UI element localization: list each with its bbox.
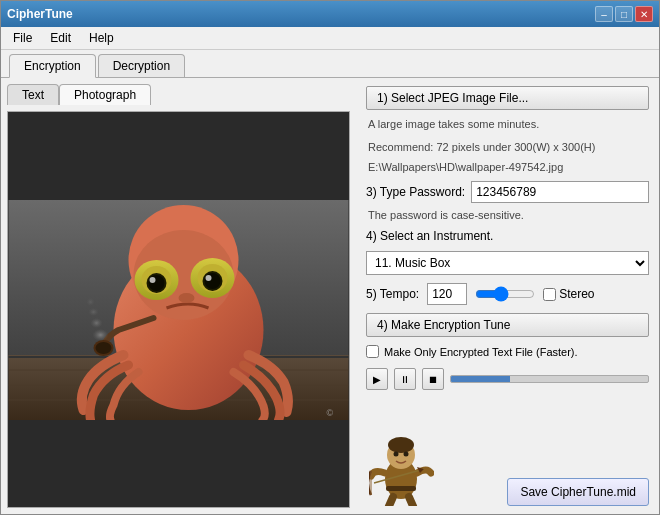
left-panel: Text Photograph <box>1 78 356 514</box>
select-image-button[interactable]: 1) Select JPEG Image File... <box>366 86 649 110</box>
minimize-button[interactable]: – <box>595 6 613 22</box>
password-label: 3) Type Password: <box>366 185 465 199</box>
svg-point-22 <box>93 329 109 341</box>
photo-display: © <box>8 112 349 507</box>
svg-point-18 <box>206 275 212 281</box>
bottom-row: Save CipherTune.mid <box>366 420 649 506</box>
file-path: E:\Wallpapers\HD\wallpaper-497542.jpg <box>366 161 649 173</box>
make-tune-button[interactable]: 4) Make Encryption Tune <box>366 313 649 337</box>
svg-point-23 <box>91 318 103 328</box>
svg-point-12 <box>149 275 165 291</box>
tab-decryption[interactable]: Decryption <box>98 54 185 77</box>
info-line1: A large image takes some minutes. <box>366 116 649 133</box>
mascot-svg <box>369 431 434 506</box>
case-note: The password is case-sensitive. <box>366 209 649 221</box>
main-window: CipherTune – □ ✕ File Edit Help Encrypti… <box>0 0 660 515</box>
tempo-slider[interactable] <box>475 286 535 302</box>
progress-bar <box>450 375 649 383</box>
stereo-text: Stereo <box>559 287 594 301</box>
tab-encryption[interactable]: Encryption <box>9 54 96 78</box>
stereo-checkbox[interactable] <box>543 288 556 301</box>
encrypt-only-row: Make Only Encrypted Text File (Faster). <box>366 345 649 358</box>
menu-file[interactable]: File <box>5 29 40 47</box>
svg-point-25 <box>87 298 95 306</box>
svg-point-21 <box>96 342 112 354</box>
mascot-area <box>366 426 436 506</box>
encrypt-only-label: Make Only Encrypted Text File (Faster). <box>384 346 578 358</box>
playback-row: ▶ ⏸ ⏹ <box>366 368 649 390</box>
svg-point-30 <box>393 452 398 457</box>
menu-bar: File Edit Help <box>1 27 659 50</box>
window-controls: – □ ✕ <box>595 6 653 22</box>
svg-text:©: © <box>327 408 334 418</box>
sub-tab-text[interactable]: Text <box>7 84 59 105</box>
octopus-scene: © <box>8 200 349 420</box>
svg-point-13 <box>150 277 156 283</box>
instrument-select-row: 11. Music Box 1. Acoustic Grand Piano 2.… <box>366 251 649 275</box>
stop-button[interactable]: ⏹ <box>422 368 444 390</box>
title-bar: CipherTune – □ ✕ <box>1 1 659 27</box>
stereo-label: Stereo <box>543 287 594 301</box>
main-content: Text Photograph <box>1 78 659 514</box>
main-tabs: Encryption Decryption <box>1 50 659 78</box>
save-button[interactable]: Save CipherTune.mid <box>507 478 649 506</box>
sub-tab-photograph[interactable]: Photograph <box>59 84 151 105</box>
encrypt-only-checkbox[interactable] <box>366 345 379 358</box>
progress-bar-fill <box>451 376 510 382</box>
window-title: CipherTune <box>7 7 73 21</box>
svg-point-31 <box>403 452 408 457</box>
sub-tabs: Text Photograph <box>7 84 350 105</box>
instrument-label: 4) Select an Instrument. <box>366 229 649 243</box>
tempo-label: 5) Tempo: <box>366 287 419 301</box>
play-button[interactable]: ▶ <box>366 368 388 390</box>
tempo-row: 5) Tempo: Stereo <box>366 283 649 305</box>
menu-help[interactable]: Help <box>81 29 122 47</box>
photo-content: © <box>7 111 350 508</box>
save-area: Save CipherTune.mid <box>446 478 649 506</box>
svg-point-29 <box>388 437 414 453</box>
password-row: 3) Type Password: <box>366 181 649 203</box>
svg-point-17 <box>205 273 221 289</box>
menu-edit[interactable]: Edit <box>42 29 79 47</box>
maximize-button[interactable]: □ <box>615 6 633 22</box>
pause-button[interactable]: ⏸ <box>394 368 416 390</box>
svg-point-24 <box>89 308 99 316</box>
tempo-input[interactable] <box>427 283 467 305</box>
svg-point-19 <box>179 293 195 303</box>
instrument-select[interactable]: 11. Music Box 1. Acoustic Grand Piano 2.… <box>366 251 649 275</box>
password-input[interactable] <box>471 181 649 203</box>
svg-rect-35 <box>386 486 416 491</box>
right-panel: 1) Select JPEG Image File... A large ima… <box>356 78 659 514</box>
info-line2: Recommend: 72 pixels under 300(W) x 300(… <box>366 139 649 156</box>
close-button[interactable]: ✕ <box>635 6 653 22</box>
